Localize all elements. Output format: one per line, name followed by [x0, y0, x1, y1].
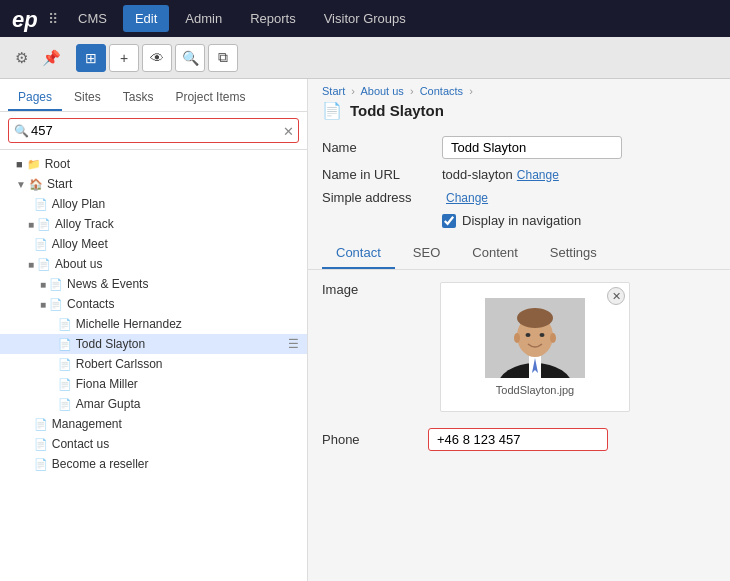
search-bar: 🔍 ✕ — [0, 112, 307, 150]
tree-item-become-reseller[interactable]: 📄 Become a reseller — [0, 454, 307, 474]
grid-icon[interactable]: ⠿ — [48, 11, 58, 27]
tab-project-items[interactable]: Project Items — [165, 85, 255, 111]
form-row-simple-address: Simple address Change — [322, 190, 716, 205]
toolbar-button-group: ⊞ + 👁 🔍 ⧉ — [76, 44, 238, 72]
tab-seo[interactable]: SEO — [399, 238, 454, 269]
svg-text:ep: ep — [12, 7, 38, 32]
main-layout: Pages Sites Tasks Project Items 🔍 ✕ ■ 📁 … — [0, 79, 730, 581]
compare-btn[interactable]: ⧉ — [208, 44, 238, 72]
image-box: ✕ — [440, 282, 630, 412]
clear-search-icon[interactable]: ✕ — [283, 123, 294, 138]
nav-cms[interactable]: CMS — [66, 5, 119, 32]
name-input[interactable] — [442, 136, 622, 159]
phone-section: Phone — [308, 424, 730, 463]
tree-item-fiona[interactable]: 📄 Fiona Miller — [0, 374, 307, 394]
display-nav-checkbox[interactable] — [442, 214, 456, 228]
page-icon: 📄 — [37, 258, 51, 271]
tree-item-news-events[interactable]: ■ 📄 News & Events — [0, 274, 307, 294]
tree-item-amar[interactable]: 📄 Amar Gupta — [0, 394, 307, 414]
tree-item-start[interactable]: ▼ 🏠 Start — [0, 174, 307, 194]
tree-item-alloy-plan[interactable]: 📄 Alloy Plan — [0, 194, 307, 214]
page-icon: 📄 — [58, 358, 72, 371]
tab-settings[interactable]: Settings — [536, 238, 611, 269]
content-tabs: Contact SEO Content Settings — [308, 238, 730, 270]
url-label: Name in URL — [322, 167, 442, 182]
svg-point-8 — [540, 333, 545, 337]
tab-pages[interactable]: Pages — [8, 85, 62, 111]
image-filename: ToddSlayton.jpg — [496, 384, 574, 396]
folder-icon: ■ — [16, 158, 23, 170]
page-icon: 📄 — [58, 378, 72, 391]
svg-point-10 — [550, 333, 556, 343]
tree-item-contact-us[interactable]: 📄 Contact us — [0, 434, 307, 454]
page-icon: 📄 — [49, 298, 63, 311]
tree-item-todd-slayton[interactable]: 📄 Todd Slayton ☰ — [0, 334, 307, 354]
tree-item-alloy-meet[interactable]: 📄 Alloy Meet — [0, 234, 307, 254]
breadcrumb-contacts[interactable]: Contacts — [420, 85, 463, 97]
expand-icon: ▼ — [16, 179, 26, 190]
search-input[interactable] — [8, 118, 299, 143]
home-icon: 🏠 — [29, 178, 43, 191]
breadcrumb-start[interactable]: Start — [322, 85, 345, 97]
content-area: Start › About us › Contacts › 📄 Todd Sla… — [308, 79, 730, 581]
phone-label: Phone — [322, 432, 428, 447]
svg-point-6 — [517, 308, 553, 328]
image-label: Image — [322, 282, 428, 412]
display-nav-row: Display in navigation — [322, 213, 716, 228]
phone-input[interactable] — [428, 428, 608, 451]
page-icon: 📄 — [34, 418, 48, 431]
tree-item-management[interactable]: 📄 Management — [0, 414, 307, 434]
tab-tasks[interactable]: Tasks — [113, 85, 164, 111]
url-value: todd-slayton — [442, 167, 513, 182]
nav-reports[interactable]: Reports — [238, 5, 308, 32]
image-section: Image ✕ — [308, 270, 730, 424]
svg-point-7 — [526, 333, 531, 337]
svg-point-9 — [514, 333, 520, 343]
form-row-url: Name in URL todd-slayton Change — [322, 167, 716, 182]
url-change-link[interactable]: Change — [517, 168, 559, 182]
sidebar: Pages Sites Tasks Project Items 🔍 ✕ ■ 📁 … — [0, 79, 308, 581]
tree-item-contacts[interactable]: ■ 📄 Contacts — [0, 294, 307, 314]
tree-item-robert[interactable]: 📄 Robert Carlsson — [0, 354, 307, 374]
page-icon: 📄 — [37, 218, 51, 231]
page-icon: 📄 — [58, 398, 72, 411]
root-icon: 📁 — [27, 158, 41, 171]
page-icon: 📄 — [34, 438, 48, 451]
logo[interactable]: ep — [8, 5, 44, 33]
context-menu-icon[interactable]: ☰ — [288, 337, 299, 351]
display-nav-label: Display in navigation — [462, 213, 581, 228]
search-icon: 🔍 — [14, 124, 29, 138]
simple-address-link[interactable]: Change — [446, 191, 488, 205]
page-title-bar: 📄 Todd Slayton — [308, 99, 730, 128]
breadcrumb-about-us[interactable]: About us — [360, 85, 403, 97]
tree: ■ 📁 Root ▼ 🏠 Start 📄 Alloy Plan ■ 📄 Allo… — [0, 150, 307, 581]
tree-item-about-us[interactable]: ■ 📄 About us — [0, 254, 307, 274]
sidebar-tabs: Pages Sites Tasks Project Items — [0, 79, 307, 112]
page-icon: 📄 — [58, 338, 72, 351]
tree-item-root[interactable]: ■ 📁 Root — [0, 154, 307, 174]
search-btn[interactable]: 🔍 — [175, 44, 205, 72]
person-image — [485, 298, 585, 378]
page-title: Todd Slayton — [350, 102, 444, 119]
add-btn[interactable]: + — [109, 44, 139, 72]
nav-admin[interactable]: Admin — [173, 5, 234, 32]
tree-item-michelle[interactable]: 📄 Michelle Hernandez — [0, 314, 307, 334]
remove-image-btn[interactable]: ✕ — [607, 287, 625, 305]
name-label: Name — [322, 140, 442, 155]
page-title-icon: 📄 — [322, 101, 342, 120]
page-icon: 📄 — [34, 458, 48, 471]
gear-icon[interactable]: ⚙ — [8, 45, 34, 71]
form-row-name: Name — [322, 136, 716, 159]
pin-icon[interactable]: 📌 — [38, 45, 64, 71]
page-icon: 📄 — [34, 198, 48, 211]
page-icon: 📄 — [49, 278, 63, 291]
tab-sites[interactable]: Sites — [64, 85, 111, 111]
nav-edit[interactable]: Edit — [123, 5, 169, 32]
content-form: Name Name in URL todd-slayton Change Sim… — [308, 128, 730, 238]
nav-visitor-groups[interactable]: Visitor Groups — [312, 5, 418, 32]
tree-item-alloy-track[interactable]: ■ 📄 Alloy Track — [0, 214, 307, 234]
tab-content[interactable]: Content — [458, 238, 532, 269]
page-tree-btn[interactable]: ⊞ — [76, 44, 106, 72]
preview-btn[interactable]: 👁 — [142, 44, 172, 72]
tab-contact[interactable]: Contact — [322, 238, 395, 269]
